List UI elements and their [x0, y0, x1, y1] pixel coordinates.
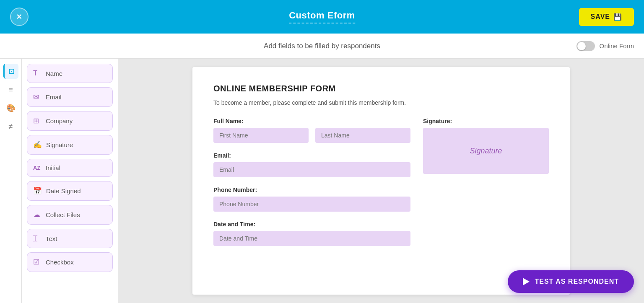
full-name-row — [213, 128, 410, 143]
form-paper: ONLINE MEMBERSHIP FORM To become a membe… — [192, 67, 570, 295]
text-field-icon: ⌶ — [33, 234, 42, 243]
title-underline — [289, 23, 355, 23]
field-item-checkbox[interactable]: ☑ Checkbox — [27, 252, 113, 272]
online-form-label: Online Form — [599, 42, 634, 49]
icon-sidebar: ⊡ ≡ 🎨 ≠ — [0, 59, 22, 303]
filter-icon: ≠ — [9, 122, 13, 131]
fields-panel: T Name ✉ Email ⊞ Company ✍ Signature AZ … — [22, 59, 118, 303]
field-item-name[interactable]: T Name — [27, 64, 113, 83]
checkbox-field-label: Checkbox — [46, 259, 74, 266]
full-name-label: Full Name: — [213, 118, 410, 124]
form-title: ONLINE MEMBERSHIP FORM — [213, 84, 549, 93]
collect-files-field-icon: ☁ — [33, 210, 42, 219]
email-field-label: Email — [46, 93, 62, 101]
app-header: × Custom Eform SAVE 💾 — [0, 0, 644, 34]
header-title-container: Custom Eform — [289, 10, 355, 23]
email-input[interactable] — [213, 162, 410, 177]
email-label: Email: — [213, 152, 410, 159]
initial-field-label: Initial — [46, 164, 60, 171]
signature-field-label: Signature — [46, 141, 73, 148]
app-title: Custom Eform — [289, 10, 355, 21]
test-respondent-button[interactable]: TEST AS RESPONDENT — [508, 270, 634, 293]
save-icon: 💾 — [613, 13, 622, 21]
field-item-email[interactable]: ✉ Email — [27, 87, 113, 107]
close-button[interactable]: × — [10, 8, 29, 26]
form-left-column: Full Name: Email: Phone Number: — [213, 118, 410, 255]
sidebar-palette-icon[interactable]: 🎨 — [3, 101, 18, 116]
collect-files-field-label: Collect Files — [46, 211, 80, 218]
sidebar-fields-icon[interactable]: ⊡ — [3, 64, 18, 79]
date-time-input[interactable] — [213, 231, 410, 246]
date-time-section: Date and Time: — [213, 221, 410, 246]
name-field-label: Name — [46, 70, 62, 77]
field-item-date-signed[interactable]: 📅 Date Signed — [27, 181, 113, 201]
email-section: Email: — [213, 152, 410, 177]
text-field-label: Text — [46, 235, 57, 242]
email-field-icon: ✉ — [33, 93, 42, 101]
form-columns: Full Name: Email: Phone Number: — [213, 118, 549, 255]
date-signed-field-label: Date Signed — [46, 187, 81, 194]
subheader: Add fields to be filled by respondents O… — [0, 34, 644, 59]
online-form-toggle[interactable] — [576, 41, 595, 51]
company-field-icon: ⊞ — [33, 117, 42, 125]
close-icon: × — [17, 11, 22, 22]
save-label: SAVE — [591, 13, 610, 21]
phone-label: Phone Number: — [213, 186, 410, 193]
full-name-section: Full Name: — [213, 118, 410, 143]
test-respondent-label: TEST AS RESPONDENT — [535, 278, 619, 285]
date-signed-field-icon: 📅 — [33, 186, 42, 195]
palette-icon: 🎨 — [6, 104, 16, 113]
signature-box[interactable]: Signature — [423, 128, 549, 174]
form-description: To become a member, please complete and … — [213, 99, 549, 106]
form-canvas: ONLINE MEMBERSHIP FORM To become a membe… — [118, 59, 644, 303]
first-name-input[interactable] — [213, 128, 309, 143]
date-time-label: Date and Time: — [213, 221, 410, 228]
form-right-column: Signature: Signature — [423, 118, 549, 255]
last-name-input[interactable] — [315, 128, 410, 143]
field-item-collect-files[interactable]: ☁ Collect Files — [27, 205, 113, 225]
signature-label: Signature: — [423, 118, 549, 124]
toggle-thumb — [577, 42, 586, 50]
sidebar-filter-icon[interactable]: ≠ — [3, 119, 18, 134]
layers-icon: ≡ — [8, 85, 13, 94]
phone-section: Phone Number: — [213, 186, 410, 212]
signature-section: Signature: Signature — [423, 118, 549, 174]
phone-input[interactable] — [213, 197, 410, 212]
field-item-initial[interactable]: AZ Initial — [27, 159, 113, 177]
online-form-toggle-container: Online Form — [576, 41, 634, 51]
initial-field-icon: AZ — [33, 165, 42, 171]
signature-placeholder: Signature — [470, 147, 502, 155]
main-layout: ⊡ ≡ 🎨 ≠ T Name ✉ Email ⊞ Company ✍ Signa… — [0, 59, 644, 303]
play-icon — [523, 278, 530, 285]
company-field-label: Company — [46, 117, 73, 124]
field-item-signature[interactable]: ✍ Signature — [27, 135, 113, 155]
subheader-text: Add fields to be filled by respondents — [264, 42, 380, 50]
name-field-icon: T — [33, 69, 42, 78]
field-item-company[interactable]: ⊞ Company — [27, 111, 113, 131]
signature-field-icon: ✍ — [33, 140, 42, 149]
checkbox-field-icon: ☑ — [33, 258, 42, 267]
fields-icon: ⊡ — [8, 67, 15, 76]
sidebar-layers-icon[interactable]: ≡ — [3, 82, 18, 97]
save-button[interactable]: SAVE 💾 — [579, 8, 634, 26]
field-item-text[interactable]: ⌶ Text — [27, 229, 113, 248]
